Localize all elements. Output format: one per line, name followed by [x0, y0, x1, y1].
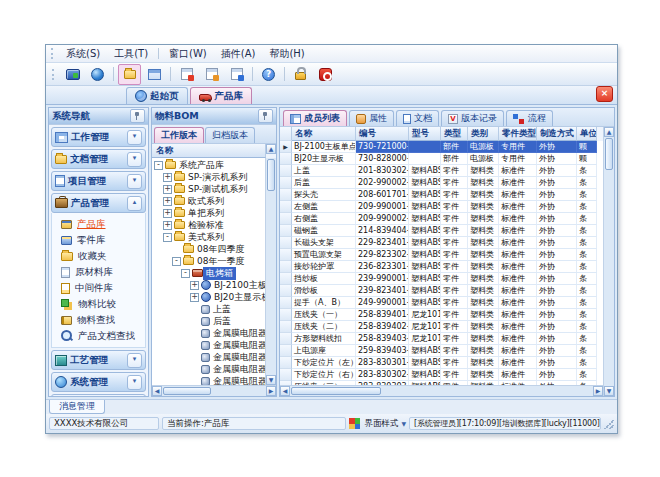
column-header-4[interactable]: 类别	[468, 127, 499, 141]
table-row[interactable]: 滑纱板239-823401-00X塑料ABS零件塑料类标准件外协条	[280, 285, 603, 297]
tree-item[interactable]: 金属膜电阻器	[152, 339, 265, 351]
collapse-icon[interactable]: -	[163, 233, 172, 242]
group-work-management[interactable]: 工作管理▾	[51, 127, 146, 147]
expand-icon[interactable]: +	[163, 197, 172, 206]
expand-icon[interactable]: +	[190, 293, 199, 302]
tab-members-list[interactable]: 成员列表	[283, 110, 347, 126]
tree-item[interactable]: 上盖	[152, 303, 265, 315]
column-header-0[interactable]: 名称	[292, 127, 356, 141]
chevron-down-icon[interactable]: ▾	[127, 130, 142, 145]
menu-window[interactable]: 窗口(W)	[162, 45, 214, 63]
table-row[interactable]: ▶BJ-2100主板单点730-721000-12X部件电源板专用件外协颗	[280, 141, 603, 153]
group-project-management[interactable]: 项目管理▾	[51, 171, 146, 191]
tab-properties[interactable]: 属性	[349, 110, 394, 126]
table-row[interactable]: 上电源座259-839403-00X塑料ABS零件塑料类标准件外协条	[280, 345, 603, 357]
tree-item[interactable]: -08年一季度	[152, 255, 265, 267]
table-row[interactable]: 下纱定位片（左）283-830301-00X塑料ABS零件塑料类标准件外协条	[280, 357, 603, 369]
network-button[interactable]	[86, 64, 109, 85]
message-management-tab[interactable]: 消息管理	[49, 400, 105, 414]
tree-item[interactable]: +BJ-2100主板单点	[152, 279, 265, 291]
expand-icon[interactable]: +	[163, 209, 172, 218]
column-header-3[interactable]: 类型	[441, 127, 468, 141]
item-intermediate-library[interactable]: 中间件库	[52, 280, 145, 296]
tree-item[interactable]: +SP-演示机系列	[152, 171, 265, 183]
table-row[interactable]: 左侧盖209-990001-01X塑料ABS零件塑料类标准件外协条	[280, 201, 603, 213]
expand-icon[interactable]: +	[190, 281, 199, 290]
column-header-2[interactable]: 型号	[409, 127, 441, 141]
column-header-5[interactable]: 零件类型	[499, 127, 537, 141]
close-document-button[interactable]: ×	[596, 86, 613, 102]
tab-documents[interactable]: 文档	[396, 110, 439, 126]
menu-tools[interactable]: 工具(T)	[107, 45, 155, 63]
table-row[interactable]: 上盖201-830302-00X塑料ABS零件塑料类标准件外协条	[280, 165, 603, 177]
toolbar-grip[interactable]	[52, 69, 57, 80]
tree-item[interactable]: +欧式系列	[152, 195, 265, 207]
table-row[interactable]: 磁钢盖214-839404-01X塑料ABS零件塑料类标准件外协条	[280, 225, 603, 237]
group-system-management[interactable]: 系统管理▾	[51, 372, 146, 392]
tree-item[interactable]: -系统产品库	[152, 159, 265, 171]
grid-view-button[interactable]	[143, 64, 166, 85]
table-row[interactable]: 探头壳208-601701-01X塑料ABS零件塑料类标准件外协条	[280, 189, 603, 201]
item-favorites[interactable]: 收藏夹	[52, 248, 145, 264]
tree-horizontal-scrollbar[interactable]: ◀ ▶	[152, 385, 276, 396]
group-product-management[interactable]: 产品管理▴	[51, 193, 146, 213]
table-row[interactable]: 后盖202-990002-01X塑料ABS零件塑料类标准件外协条	[280, 177, 603, 189]
table-row[interactable]: 压线夹（一）258-839401-00X尼龙1010零件塑料类标准件外协条	[280, 309, 603, 321]
tree-scroll-up-button[interactable]: ▲	[266, 144, 276, 154]
resize-grip[interactable]	[604, 419, 614, 429]
table-row[interactable]: 挡纱板239-990001-01X塑料ABS零件塑料类标准件外协条	[280, 273, 603, 285]
tree-item[interactable]: 金属膜电阻器	[152, 351, 265, 363]
tree-scroll-left-button[interactable]: ◀	[152, 386, 162, 396]
table-row[interactable]: 方形塑料线扣258-839403-00X尼龙1010零件塑料类标准件外协条	[280, 333, 603, 345]
column-header-7[interactable]: 单位	[577, 127, 597, 141]
group-process-management[interactable]: 工艺管理▾	[51, 350, 146, 370]
tree-item[interactable]: -电烤箱	[152, 267, 265, 279]
interface-style-selector[interactable]: 界面样式 ▼	[349, 418, 406, 430]
item-material-compare[interactable]: 物料比较	[52, 296, 145, 312]
tree-item[interactable]: +检验标准	[152, 219, 265, 231]
table-row[interactable]: 接纱轮护罩236-823301-00X塑料ABS零件塑料类标准件外协条	[280, 261, 603, 273]
chevron-down-icon[interactable]: ▾	[127, 375, 142, 390]
tab-version-history[interactable]: 版本记录	[441, 110, 504, 126]
item-product-library[interactable]: 产品库	[52, 216, 145, 232]
item-raw-material-library[interactable]: 原材料库	[52, 264, 145, 280]
tab-workflow[interactable]: 流程	[506, 110, 553, 126]
tree-scroll-down-button[interactable]: ▼	[266, 375, 276, 385]
expand-icon[interactable]: +	[163, 221, 172, 230]
grid-scroll-left-button[interactable]: ◀	[280, 386, 290, 396]
chevron-up-icon[interactable]: ▴	[127, 196, 142, 211]
table-row[interactable]: 右侧盖209-990002-01X塑料ABS零件塑料类标准件外协条	[280, 213, 603, 225]
tree-vscroll-thumb[interactable]	[267, 159, 275, 191]
tree-hscroll-thumb[interactable]	[163, 387, 211, 395]
table-row[interactable]: 预置电源支架229-823302-00X塑料ABS零件塑料类标准件外协条	[280, 249, 603, 261]
help-button[interactable]	[257, 64, 280, 85]
tree-item[interactable]: +单把系列	[152, 207, 265, 219]
workspace-button[interactable]	[61, 64, 84, 85]
chevron-down-icon[interactable]: ▾	[127, 152, 142, 167]
grid-vscroll-thumb[interactable]	[605, 138, 613, 170]
tree-item[interactable]: 08年四季度	[152, 243, 265, 255]
menubar-grip[interactable]	[51, 48, 56, 59]
tab-start-page[interactable]: 起始页	[126, 87, 188, 104]
column-header-6[interactable]: 制造方式	[537, 127, 577, 141]
grid-scroll-right-button[interactable]: ▶	[593, 386, 603, 396]
group-config-management[interactable]: 配置管理▾	[51, 394, 146, 396]
tree-item[interactable]: 金属膜电阻器	[152, 327, 265, 339]
report-button-2[interactable]	[200, 64, 223, 85]
table-row[interactable]: 压线夹（二）258-839402-00X尼龙1010零件塑料类标准件外协条	[280, 321, 603, 333]
pin-icon[interactable]	[130, 109, 145, 123]
item-material-search[interactable]: 物料查找	[52, 312, 145, 328]
tree-item[interactable]: 金属膜电阻器	[152, 375, 265, 385]
chevron-down-icon[interactable]: ▾	[127, 174, 142, 189]
report-button-3[interactable]	[225, 64, 248, 85]
chevron-down-icon[interactable]: ▾	[127, 353, 142, 368]
expand-icon[interactable]: +	[163, 185, 172, 194]
tree-item[interactable]: 后盖	[152, 315, 265, 327]
table-row[interactable]: 提手（A、B）249-990001-01X塑料ABS零件塑料类标准件外协条	[280, 297, 603, 309]
grid-vertical-scrollbar[interactable]: ▲ ▼	[603, 127, 614, 396]
tab-working-version[interactable]: 工作版本	[154, 127, 204, 143]
tree-scroll-right-button[interactable]: ▶	[266, 386, 276, 396]
exit-button[interactable]	[314, 64, 337, 85]
grid-horizontal-scrollbar[interactable]: ◀ ▶	[280, 385, 603, 396]
open-library-button[interactable]	[118, 64, 141, 85]
